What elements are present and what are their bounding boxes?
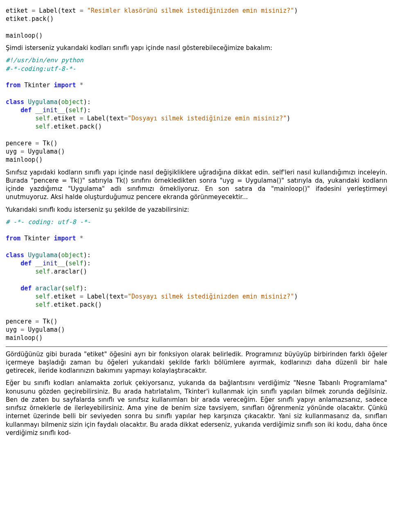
code-block-2: #!/usr/bin/env python #-*-coding:utf-8-*…	[6, 56, 387, 164]
code-block-1: etiket = Label(text = "Resimler klasörün…	[6, 7, 387, 40]
paragraph-4: Gördüğünüz gibi burada "etiket" öğesini …	[6, 350, 387, 375]
paragraph-3: Yukarıdaki sınıflı kodu isterseniz şu şe…	[6, 206, 387, 214]
divider	[6, 346, 387, 347]
paragraph-2: Sınıfsız yapıdaki kodların sınıflı yapı …	[6, 168, 387, 201]
code-block-3: # -*- coding: utf-8 -*- from Tkinter imp…	[6, 218, 387, 342]
paragraph-5: Eğer bu sınıflı kodları anlamakta zorluk…	[6, 379, 387, 437]
paragraph-1: Şimdi isterseniz yukarıdaki kodları sını…	[6, 44, 387, 52]
